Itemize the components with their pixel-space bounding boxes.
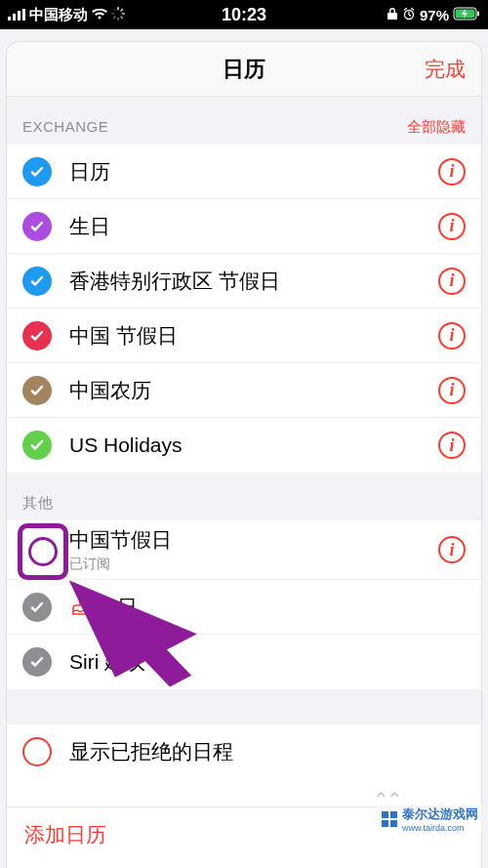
svg-rect-0 xyxy=(8,17,11,21)
calendar-row[interactable]: Siri 建议 xyxy=(7,635,481,689)
row-label: Siri 建议 xyxy=(69,648,145,676)
signal-icon xyxy=(8,7,25,23)
calendar-row[interactable]: 生日 xyxy=(7,580,481,635)
row-label: 中国农历 xyxy=(69,377,438,404)
status-left: 中国移动 xyxy=(8,6,165,24)
alarm-icon xyxy=(402,7,416,23)
status-time: 10:23 xyxy=(165,5,322,25)
loading-icon xyxy=(111,7,125,23)
section-title: EXCHANGE xyxy=(22,118,108,137)
show-rejected-row[interactable]: 显示已拒绝的日程 xyxy=(7,724,481,779)
checkbox-checked[interactable] xyxy=(22,431,52,460)
add-calendar-label: 添加日历 xyxy=(24,823,106,846)
row-label: 显示已拒绝的日程 xyxy=(69,738,466,765)
svg-rect-2 xyxy=(18,11,20,21)
section-header-other: 其他 xyxy=(7,473,481,520)
row-sub: 已订阅 xyxy=(69,556,438,573)
row-label: 日历 xyxy=(69,158,438,186)
calendar-sheet: 日历 完成 EXCHANGE 全部隐藏 日历i生日i香港特别行政区 节假日i中国… xyxy=(6,41,482,868)
calendar-row[interactable]: 中国农历i xyxy=(7,363,481,418)
checkbox-empty[interactable] xyxy=(22,737,52,766)
row-label: 中国 节假日 xyxy=(69,322,438,350)
hide-all-button[interactable]: 全部隐藏 xyxy=(407,118,466,137)
row-label: US Holidays xyxy=(69,434,438,457)
watermark: 泰尔达游戏网 www.tairda.com xyxy=(377,804,482,835)
svg-rect-7 xyxy=(120,15,123,18)
svg-rect-5 xyxy=(120,8,123,11)
calendar-row[interactable]: 日历i xyxy=(7,145,481,199)
svg-rect-20 xyxy=(390,820,397,827)
svg-rect-8 xyxy=(117,17,118,21)
other-list: 中国节假日已订阅i生日Siri 建议 xyxy=(7,520,481,689)
info-icon[interactable]: i xyxy=(438,377,466,404)
info-icon[interactable]: i xyxy=(438,322,466,350)
svg-rect-9 xyxy=(113,15,116,18)
status-right: 97% xyxy=(323,7,480,23)
row-label: 中国节假日 xyxy=(69,526,172,554)
svg-rect-10 xyxy=(111,13,115,14)
checkbox-checked[interactable] xyxy=(22,647,52,677)
info-icon[interactable]: i xyxy=(438,158,466,186)
checkbox-checked[interactable] xyxy=(22,157,52,186)
exchange-list: 日历i生日i香港特别行政区 节假日i中国 节假日i中国农历iUS Holiday… xyxy=(7,145,481,473)
gap xyxy=(7,689,481,724)
wifi-icon xyxy=(92,7,107,23)
nav-bar: 日历 完成 xyxy=(7,42,481,97)
lock-icon xyxy=(386,7,398,23)
rejected-list: 显示已拒绝的日程 xyxy=(7,724,481,779)
svg-rect-6 xyxy=(122,13,126,14)
row-label: 香港特别行政区 节假日 xyxy=(69,268,438,295)
svg-rect-1 xyxy=(13,14,16,21)
carrier-label: 中国移动 xyxy=(29,6,88,24)
svg-rect-15 xyxy=(477,11,479,16)
svg-rect-18 xyxy=(390,811,397,818)
battery-icon xyxy=(453,7,480,23)
info-icon[interactable]: i xyxy=(438,268,466,295)
checkbox-checked[interactable] xyxy=(22,376,52,405)
page-title: 日历 xyxy=(223,55,265,84)
info-icon[interactable]: i xyxy=(438,432,466,459)
svg-rect-3 xyxy=(22,9,25,21)
calendar-row[interactable]: 香港特别行政区 节假日i xyxy=(7,254,481,309)
svg-rect-4 xyxy=(117,7,118,11)
calendar-row[interactable]: US Holidaysi xyxy=(7,418,481,473)
svg-rect-11 xyxy=(113,8,116,11)
calendar-row[interactable]: 生日i xyxy=(7,199,481,254)
birthday-icon xyxy=(69,597,91,618)
watermark-text: 泰尔达游戏网 xyxy=(402,806,478,823)
section-title: 其他 xyxy=(22,494,53,513)
row-label: 生日 xyxy=(69,213,438,240)
checkbox-checked[interactable] xyxy=(22,593,52,622)
battery-label: 97% xyxy=(420,7,449,23)
calendar-row[interactable]: 中国节假日已订阅i xyxy=(7,520,481,580)
row-label: 生日 xyxy=(97,594,138,621)
info-icon[interactable]: i xyxy=(438,213,466,240)
info-icon[interactable]: i xyxy=(438,536,466,563)
status-bar: 中国移动 10:23 97% xyxy=(0,0,488,29)
section-header-exchange: EXCHANGE 全部隐藏 xyxy=(7,97,481,145)
watermark-url: www.tairda.com xyxy=(402,823,478,833)
checkbox-checked[interactable] xyxy=(22,321,52,351)
done-button[interactable]: 完成 xyxy=(425,56,466,83)
checkbox-checked[interactable] xyxy=(22,212,52,241)
svg-rect-17 xyxy=(382,811,388,818)
calendar-row[interactable]: 中国 节假日i xyxy=(7,309,481,363)
svg-rect-19 xyxy=(382,820,388,827)
watermark-logo-icon xyxy=(381,810,398,828)
checkbox-checked[interactable] xyxy=(22,267,52,296)
